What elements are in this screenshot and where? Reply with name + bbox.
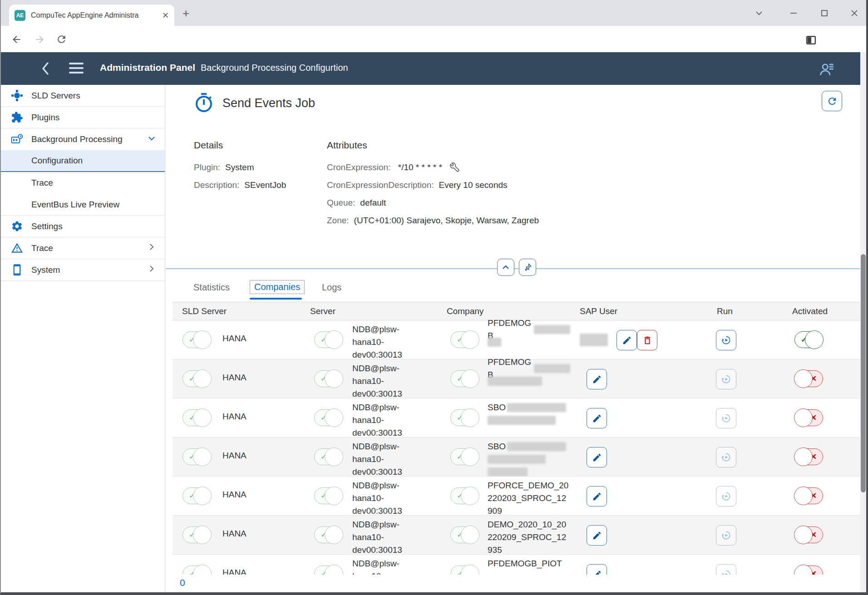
col-server: Server [310,306,335,316]
cron-label: CronExpression: [327,162,390,172]
activated-toggle[interactable]: ✕ [794,487,823,504]
sidebar-item-label: Trace [31,178,53,188]
activated-toggle[interactable]: ✕ [794,370,823,387]
pencil-icon [592,492,602,502]
sld-server-name: HANA [222,490,247,500]
pin-panel-button[interactable] [519,259,536,276]
company-toggle[interactable]: ✓ [450,331,479,348]
sld-server-toggle[interactable]: ✓ [182,331,211,348]
company-toggle[interactable]: ✓ [450,565,479,575]
server-toggle[interactable]: ✓ [314,526,343,543]
new-tab-button[interactable]: + [182,7,189,19]
tab-statistics[interactable]: Statistics [193,282,230,293]
forward-icon[interactable] [34,34,45,47]
reload-icon[interactable] [56,34,67,47]
run-button[interactable] [716,330,736,350]
sidebar-item-label: Trace [31,243,53,253]
company-toggle[interactable]: ✓ [450,409,479,426]
sld-server-toggle[interactable]: ✓ [182,409,211,426]
company-toggle[interactable]: ✓ [450,526,479,543]
edit-sap-user-button[interactable] [587,486,607,506]
delete-sap-user-button[interactable] [637,330,657,350]
sidebar-item-plugins[interactable]: Plugins [1,107,165,128]
window-menu-chevron-icon[interactable] [745,0,773,26]
company-toggle[interactable]: ✓ [450,448,479,465]
activated-toggle[interactable]: ✕ [794,409,823,426]
pencil-icon [592,452,602,462]
refresh-button[interactable] [822,91,842,111]
server-toggle[interactable]: ✓ [314,370,343,387]
back-icon[interactable] [11,34,23,47]
sld-server-toggle[interactable]: ✓ [182,448,211,465]
sidebar-item-label: EventBus Live Preview [31,200,119,210]
sidebar: SLD Servers Plugins Background Processin… [1,85,165,593]
menu-hamburger-icon[interactable] [69,63,84,76]
company-name: PFDEMOGB_ [488,362,570,388]
window-close-button[interactable] [841,0,868,26]
redacted-text [507,442,566,451]
sidebar-item-eventbus-live-preview[interactable]: EventBus Live Preview [1,194,165,216]
sidebar-item-sld-servers[interactable]: SLD Servers [1,85,165,107]
message-count-link[interactable]: 0 [180,577,185,588]
window-maximize-button[interactable] [811,0,838,26]
sld-server-toggle[interactable]: ✓ [182,526,211,543]
edit-sap-user-button[interactable] [587,369,607,389]
app-back-chevron-icon[interactable] [41,61,50,78]
plugins-icon [11,111,23,123]
server-toggle[interactable]: ✓ [314,565,343,575]
sidebar-item-background-processing[interactable]: Background Processing [1,128,165,150]
attributes-heading: Attributes [327,140,735,151]
sidebar-item-system[interactable]: System [1,259,165,281]
server-toggle[interactable]: ✓ [314,448,343,465]
sld-server-toggle[interactable]: ✓ [182,565,211,575]
sld-server-name: HANA [222,373,247,383]
tab-close-icon[interactable]: ✕ [162,11,169,20]
switch-knob [325,330,343,349]
company-name: SBO [488,401,570,427]
browser-tab[interactable]: AE CompuTec AppEngine Administra ✕ [9,5,174,26]
activated-toggle[interactable]: ✕ [794,448,823,465]
sld-server-toggle[interactable]: ✓ [182,370,211,387]
server-toggle[interactable]: ✓ [314,487,343,504]
sidebar-item-label: Configuration [31,156,83,166]
edit-sap-user-button[interactable] [587,525,607,546]
sidebar-item-trace-sub[interactable]: Trace [1,172,165,194]
sld-server-toggle[interactable]: ✓ [182,487,211,504]
scrollbar-thumb[interactable] [861,254,866,492]
collapse-panel-button[interactable] [497,259,514,276]
edit-sap-user-button[interactable] [616,330,637,350]
run-button-disabled [716,525,736,546]
switch-knob [193,369,212,388]
wrench-icon[interactable] [450,162,459,172]
user-settings-icon[interactable] [818,61,834,79]
redacted-text [488,338,501,347]
server-name: NDB@plsw-hana10-dev00:30013 [352,362,409,400]
side-panel-icon[interactable] [805,34,817,48]
switch-knob [325,408,343,427]
server-name: NDB@plsw-hana10-dev00:30013 [352,479,409,517]
redacted-text [534,364,570,373]
plugin-value: System [225,162,254,172]
edit-sap-user-button[interactable] [587,408,607,428]
company-toggle[interactable]: ✓ [450,487,479,504]
edit-sap-user-button[interactable] [587,564,607,575]
tab-logs[interactable]: Logs [322,282,341,293]
company-toggle[interactable]: ✓ [450,370,479,387]
sidebar-item-settings[interactable]: Settings [1,216,165,237]
server-toggle[interactable]: ✓ [314,409,343,426]
redacted-text [507,403,566,412]
server-toggle[interactable]: ✓ [314,331,343,348]
sidebar-item-configuration[interactable]: Configuration [1,150,165,172]
table-row: ✓ HANA ✓ NDB@plsw-hana10-dev00:30013 ✓ P… [173,477,860,516]
sidebar-item-trace[interactable]: Trace [1,237,165,259]
server-name: NDB@plsw-hana10-dev00:30013 [352,323,409,361]
activated-toggle[interactable]: ✕ [794,565,823,575]
activated-toggle[interactable]: ✓ [794,331,823,348]
switch-knob [794,447,813,466]
tab-companies[interactable]: Companies [250,280,305,294]
edit-sap-user-button[interactable] [587,447,607,467]
table-row: ✓ HANA ✓ NDB@plsw-hana10-dev00:30013 ✓ S… [173,398,860,438]
window-minimize-button[interactable] [780,0,807,26]
activated-toggle[interactable]: ✕ [794,526,823,543]
sidebar-item-label: Settings [31,221,63,231]
